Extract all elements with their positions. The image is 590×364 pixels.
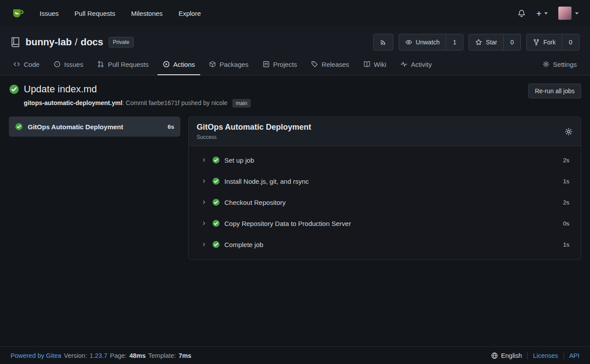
commit-info-text: : Commit faebe1671f pushed by nicole <box>122 99 227 106</box>
job-duration: 6s <box>168 124 174 130</box>
gitea-logo-icon[interactable] <box>11 6 26 20</box>
rss-icon <box>380 39 387 46</box>
rerun-all-jobs-button[interactable]: Re-run all jobs <box>528 84 581 98</box>
footer-right: English Licenses API <box>491 352 579 359</box>
tag-icon <box>311 61 318 68</box>
issue-icon <box>54 61 61 68</box>
job-panel-title: GitOps Automatic Deployment <box>197 123 311 132</box>
repo-title-row: bunny-lab / docs Private <box>0 26 590 54</box>
tab-label: Pull Requests <box>108 61 149 68</box>
fork-button[interactable]: Fork <box>526 34 562 51</box>
stars-count[interactable]: 0 <box>503 34 521 51</box>
job-list: GitOps Automatic Deployment 6s <box>9 116 180 137</box>
tab-label: Activity <box>411 61 432 68</box>
chevron-right-icon <box>201 220 207 226</box>
tab-settings[interactable]: Settings <box>537 54 582 75</box>
pull-request-icon <box>97 61 104 68</box>
branch-badge[interactable]: main <box>232 99 251 108</box>
footer-left: Powered by Gitea Version: 1.23.7 Page: 4… <box>11 352 191 359</box>
visibility-badge: Private <box>109 37 134 47</box>
workflow-file-name: gitops-automatic-deployment.yml <box>24 99 122 106</box>
nav-link-milestones[interactable]: Milestones <box>123 0 171 26</box>
gitea-actions-page: Issues Pull Requests Milestones Explore … <box>0 0 590 364</box>
repo-owner-link[interactable]: bunny-lab <box>26 36 72 48</box>
footer-divider <box>527 352 528 359</box>
language-label: English <box>501 352 522 359</box>
run-title: Update index.md <box>24 84 97 95</box>
tab-issues[interactable]: Issues <box>48 54 88 75</box>
plus-icon: + <box>536 9 542 18</box>
tab-activity[interactable]: Activity <box>395 54 437 75</box>
tab-packages[interactable]: Packages <box>204 54 254 75</box>
tab-actions[interactable]: Actions <box>158 54 200 75</box>
book-icon <box>363 61 370 68</box>
avatar <box>558 7 572 20</box>
star-button[interactable]: Star <box>469 34 504 51</box>
forks-count[interactable]: 0 <box>562 34 579 51</box>
fork-button-group: Fork 0 <box>526 34 579 51</box>
user-menu[interactable] <box>558 7 579 20</box>
tab-releases[interactable]: Releases <box>306 54 355 75</box>
template-time-value: 7ms <box>179 352 191 359</box>
fork-label: Fork <box>543 39 556 46</box>
run-header-left: Update index.md gitops-automatic-deploym… <box>9 84 251 108</box>
tab-pull-requests[interactable]: Pull Requests <box>92 54 154 75</box>
code-icon <box>13 61 20 68</box>
tab-projects[interactable]: Projects <box>257 54 302 75</box>
tab-label: Projects <box>273 61 297 68</box>
step-row[interactable]: Set up job 2s <box>189 149 581 171</box>
run-success-check-icon <box>9 84 19 95</box>
create-new-menu[interactable]: + <box>536 9 548 18</box>
language-selector[interactable]: English <box>491 352 522 359</box>
job-status-text: Success <box>197 134 311 140</box>
step-success-check-icon <box>212 177 220 185</box>
footer: Powered by Gitea Version: 1.23.7 Page: 4… <box>0 346 590 364</box>
job-panel-titles: GitOps Automatic Deployment Success <box>197 123 311 140</box>
unwatch-button[interactable]: Unwatch <box>399 34 446 51</box>
nav-link-issues[interactable]: Issues <box>32 0 66 26</box>
licenses-link[interactable]: Licenses <box>533 352 558 359</box>
step-name: Checkout Repository <box>224 199 559 206</box>
chevron-down-icon <box>544 12 548 15</box>
job-list-item[interactable]: GitOps Automatic Deployment 6s <box>9 116 180 137</box>
step-success-check-icon <box>212 240 220 248</box>
step-row[interactable]: Copy Repository Data to Production Serve… <box>189 213 581 234</box>
notifications-bell-icon[interactable] <box>517 9 526 18</box>
tab-code[interactable]: Code <box>8 54 45 75</box>
tab-label: Settings <box>553 61 577 68</box>
gear-icon[interactable] <box>564 127 573 136</box>
repo-action-buttons: Unwatch 1 Star 0 <box>373 34 579 51</box>
step-name: Copy Repository Data to Production Serve… <box>224 220 559 227</box>
repository-icon <box>10 36 21 48</box>
repo-header: bunny-lab / docs Private <box>0 26 590 76</box>
watchers-count[interactable]: 1 <box>446 34 463 51</box>
star-icon <box>475 39 482 46</box>
run-subtitle: gitops-automatic-deployment.yml: Commit … <box>24 99 251 108</box>
powered-by-gitea-link[interactable]: Powered by Gitea <box>11 352 61 359</box>
repo-tabs: Code Issues Pull Requests <box>0 54 590 75</box>
settings-icon <box>542 61 550 68</box>
page-time-label: Page: <box>110 352 127 359</box>
nav-link-pull-requests[interactable]: Pull Requests <box>66 0 123 26</box>
step-list: Set up job 2s Install Node.js, git, and … <box>189 146 581 259</box>
step-row[interactable]: Complete job 1s <box>189 234 581 255</box>
version-link[interactable]: 1.23.7 <box>90 352 107 359</box>
chevron-right-icon <box>201 178 207 184</box>
globe-icon <box>491 352 498 359</box>
step-row[interactable]: Install Node.js, git, and rsync 1s <box>189 171 581 192</box>
step-row[interactable]: Checkout Repository 2s <box>189 192 581 213</box>
job-success-check-icon <box>15 123 23 131</box>
repo-name-link[interactable]: docs <box>81 36 103 48</box>
step-name: Set up job <box>224 157 559 164</box>
rss-button[interactable] <box>373 34 393 51</box>
unwatch-label: Unwatch <box>416 39 440 46</box>
tab-wiki[interactable]: Wiki <box>358 54 392 75</box>
nav-link-explore[interactable]: Explore <box>171 0 209 26</box>
chevron-down-icon <box>575 12 579 15</box>
tab-label: Issues <box>64 61 83 68</box>
watch-button-group: Unwatch 1 <box>399 34 463 51</box>
api-link[interactable]: API <box>569 352 579 359</box>
job-panel-header: GitOps Automatic Deployment Success <box>189 117 581 146</box>
step-duration: 2s <box>563 157 569 164</box>
step-duration: 1s <box>563 178 569 185</box>
